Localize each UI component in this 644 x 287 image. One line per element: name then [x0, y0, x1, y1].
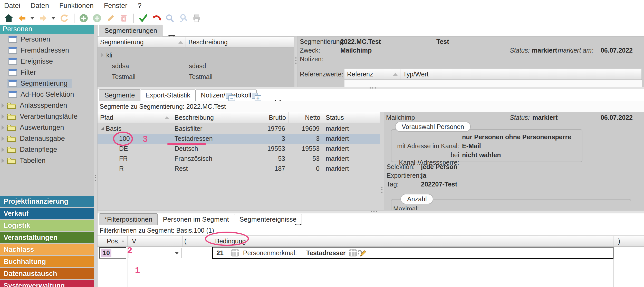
menu-fenster[interactable]: Fenster	[104, 2, 128, 10]
tab-segmentierungen[interactable]: Segmentierungen	[99, 25, 162, 36]
forward-dropdown-icon[interactable]	[51, 17, 55, 19]
tab-personen-im-segment[interactable]: Personen im Segment	[157, 214, 234, 225]
tab-export-statistik[interactable]: Export-Statistik	[140, 90, 196, 101]
section-nachlass[interactable]: Nachlass	[0, 244, 94, 255]
selektion-label: Selektion:	[387, 163, 415, 171]
expand-panel-icon[interactable]: +	[251, 92, 263, 102]
section-datenaustausch[interactable]: Datenaustausch	[0, 268, 94, 279]
add-copy-icon[interactable]	[92, 13, 102, 23]
horizontal-splitter[interactable]	[98, 210, 644, 213]
table-row[interactable]: sddsa sdasd	[98, 61, 294, 71]
print-icon[interactable]	[191, 13, 202, 23]
sidebar-item-personen[interactable]: Personen	[0, 34, 94, 45]
horizontal-splitter[interactable]	[98, 87, 644, 89]
column-header-referenz[interactable]: Referenz	[344, 69, 400, 80]
back-icon[interactable]	[17, 13, 27, 23]
top-panel-splitter[interactable]	[294, 36, 298, 87]
menu-datei[interactable]: Datei	[4, 2, 20, 10]
column-header-pfad[interactable]: Pfad	[98, 112, 172, 123]
folder-icon	[7, 102, 16, 109]
menu-daten[interactable]: Daten	[31, 2, 49, 10]
home-icon[interactable]	[4, 13, 14, 23]
table-row[interactable]: Testmail Testmail	[98, 71, 294, 82]
sidebar-item-fremdadressen[interactable]: Fremdadressen	[0, 45, 94, 56]
menu-help[interactable]: ?	[138, 2, 141, 10]
forward-icon[interactable]	[38, 13, 48, 23]
search-extended-icon[interactable]	[178, 13, 188, 23]
sidebar-item-adhoc-selektion[interactable]: Ad-Hoc Selektion	[0, 89, 94, 100]
collapse-panel-icon[interactable]: −	[225, 92, 236, 102]
column-header-status[interactable]: Status	[323, 112, 380, 123]
field-label: Zweck:	[300, 47, 320, 54]
table-row[interactable]: kli	[98, 50, 294, 61]
section-logistik[interactable]: Logistik	[0, 220, 94, 231]
sidebar-item-auswertungen[interactable]: Auswertungen	[0, 122, 94, 133]
sidebar-item-segmentierung[interactable]: Segmentierung	[0, 78, 94, 89]
tab-segmentereignisse[interactable]: Segmentereignisse	[234, 214, 302, 225]
exportieren-label: Exportieren:	[387, 172, 421, 179]
collapse-arrow-icon[interactable]	[101, 127, 104, 130]
section-veranstaltungen[interactable]: Veranstaltungen	[0, 232, 94, 243]
column-header-netto[interactable]: Netto	[289, 112, 323, 123]
section-verkauf[interactable]: Verkauf	[0, 208, 94, 219]
section-projektfinanzierung[interactable]: Projektfinanzierung	[0, 196, 94, 207]
status-value: markiert	[532, 47, 557, 54]
anzahl-group-label: Anzahl	[400, 194, 433, 204]
sidebar-splitter[interactable]	[94, 25, 98, 287]
confirm-icon[interactable]	[138, 13, 148, 23]
table-row-selected[interactable]: 100 Testadressen 3 3 markiert	[98, 134, 380, 144]
sidebar-item-ereignisse[interactable]: Ereignisse	[0, 56, 94, 67]
expand-arrow-icon[interactable]	[2, 125, 4, 130]
expand-arrow-icon[interactable]	[2, 136, 4, 141]
add-icon[interactable]	[79, 13, 89, 23]
column-header-v[interactable]: V	[128, 236, 183, 246]
pos-input-cell[interactable]: 10	[99, 247, 126, 259]
sidebar-item-datenausgabe[interactable]: Datenausgabe	[0, 133, 94, 144]
table-grid-icon[interactable]	[231, 249, 239, 256]
status-label: Status:	[510, 114, 530, 121]
bedingung-cell[interactable]: 21 Personenmerkmal: Testadresser	[212, 247, 613, 259]
section-systemverwaltung[interactable]: Systemverwaltung	[0, 280, 94, 287]
column-header-beschreibung[interactable]: Beschreibung	[186, 37, 294, 47]
column-header-brutto[interactable]: Brutto	[250, 112, 289, 123]
filter-table-header: Pos. V ( Bedingung )	[98, 235, 644, 247]
sidebar-item-verarbeitungslaeufe[interactable]: Verarbeitungsläufe	[0, 111, 94, 122]
column-header-beschreibung[interactable]: Beschreibung	[172, 112, 250, 123]
column-header-segmentierung[interactable]: Segmentierung	[98, 37, 186, 47]
tab-segmente[interactable]: Segmente	[99, 89, 140, 101]
column-header-pos[interactable]: Pos.	[98, 236, 128, 246]
verknuepfung-dropdown[interactable]	[129, 248, 182, 258]
expand-arrow-icon[interactable]	[2, 103, 4, 108]
edit-value-icon[interactable]	[358, 249, 367, 257]
sort-asc-icon	[393, 73, 398, 76]
table-row[interactable]: FR Franszösisch 53 53 markiert	[98, 154, 380, 164]
table-grid-icon[interactable]	[349, 249, 357, 256]
refresh-icon[interactable]	[59, 13, 69, 23]
menu-funktionen[interactable]: Funktionen	[59, 2, 94, 10]
column-header-typwert[interactable]: Typ/Wert	[400, 69, 632, 80]
undo-icon[interactable]	[151, 13, 162, 23]
table-row[interactable]: Basis Basisfilter 19796 19609 markiert	[98, 124, 380, 134]
segmente-caption: Segmente zu Segmentierung: 2022.MC.Test	[98, 101, 644, 112]
expand-arrow-icon[interactable]	[2, 114, 4, 119]
section-buchhaltung[interactable]: Buchhaltung	[0, 256, 94, 267]
expand-arrow-icon[interactable]	[2, 147, 4, 152]
search-icon[interactable]	[165, 13, 175, 23]
expand-arrow-icon[interactable]	[101, 53, 104, 57]
sidebar-item-anlassspenden[interactable]: Anlassspenden	[0, 100, 94, 111]
edit-icon[interactable]	[105, 13, 116, 23]
table-row[interactable]: DE Deutsch 19553 19553 markiert	[98, 144, 380, 154]
back-dropdown-icon[interactable]	[30, 17, 34, 19]
sidebar-header[interactable]: Personen	[0, 25, 94, 34]
table-row[interactable]: R Rest 187 0 markiert	[98, 164, 380, 174]
column-header-bedingung[interactable]: Bedingung	[212, 236, 613, 246]
sidebar-item-datenpflege[interactable]: Datenpflege	[0, 144, 94, 155]
sidebar-item-filter[interactable]: Filter	[0, 67, 94, 78]
annotation-circle-bedingung	[205, 232, 249, 246]
delete-icon[interactable]	[119, 13, 129, 23]
middle-panel-splitter[interactable]	[380, 112, 384, 210]
expand-arrow-icon[interactable]	[2, 159, 4, 163]
sidebar-item-tabellen[interactable]: Tabellen	[0, 155, 94, 166]
tab-filterpositionen[interactable]: *Filterpositionen	[99, 213, 158, 225]
column-header-close-paren[interactable]: )	[613, 236, 644, 246]
